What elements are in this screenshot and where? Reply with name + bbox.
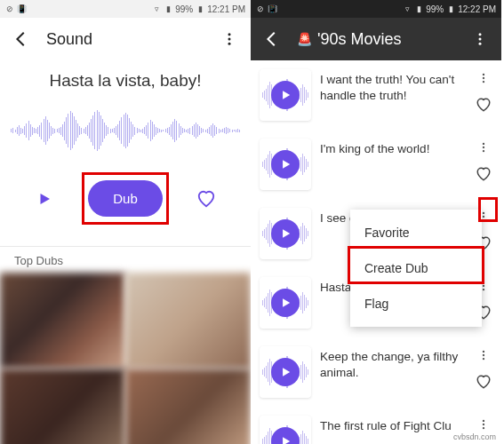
svg-point-9 <box>483 143 484 145</box>
svg-point-17 <box>483 289 484 290</box>
svg-point-22 <box>483 424 484 425</box>
highlight-dub: Dub <box>82 172 169 225</box>
play-circle-icon[interactable] <box>271 81 300 109</box>
svg-point-7 <box>483 77 484 79</box>
vibrate-icon: 📳 <box>268 4 276 13</box>
play-circle-icon[interactable] <box>271 289 300 317</box>
page-title: 🚨 '90s Movies <box>297 30 455 49</box>
alarm-off-icon: ⊘ <box>256 4 265 13</box>
top-dubs-grid <box>0 273 251 444</box>
page-title: Sound <box>46 30 204 49</box>
svg-point-19 <box>483 354 484 356</box>
dub-thumbnail[interactable] <box>125 273 251 369</box>
app-bar: 🚨 '90s Movies <box>251 18 501 60</box>
item-actions <box>475 69 492 114</box>
item-favorite-button[interactable] <box>475 373 492 391</box>
app-bar: Sound <box>0 18 251 60</box>
svg-point-4 <box>479 38 482 41</box>
svg-point-23 <box>483 427 484 429</box>
svg-point-21 <box>483 420 484 422</box>
favorite-button[interactable] <box>196 188 217 210</box>
back-button[interactable] <box>261 28 283 50</box>
svg-point-8 <box>483 81 484 83</box>
signal-icon: ▮ <box>164 4 172 13</box>
status-bar: ⊘ 📳 ▿ ▮ 99% ▮ 12:21 PM <box>0 0 251 18</box>
audio-thumbnail[interactable] <box>260 416 311 444</box>
waveform <box>11 107 240 155</box>
dub-button[interactable]: Dub <box>88 180 163 217</box>
svg-point-1 <box>228 38 231 41</box>
battery-icon: ▮ <box>446 4 455 13</box>
clock: 12:21 PM <box>207 4 245 14</box>
item-favorite-button[interactable] <box>475 165 492 183</box>
dub-thumbnail[interactable] <box>125 369 251 444</box>
signal-icon: ▮ <box>414 4 423 13</box>
item-favorite-button[interactable] <box>475 96 492 114</box>
clock: 12:22 PM <box>458 4 496 14</box>
alarm-off-icon: ⊘ <box>5 4 14 13</box>
svg-point-10 <box>483 147 484 148</box>
audio-thumbnail[interactable] <box>260 346 311 398</box>
play-circle-icon[interactable] <box>271 358 300 386</box>
svg-point-6 <box>483 74 484 75</box>
item-title: Keep the change, ya filthy animal. <box>320 346 466 380</box>
play-button[interactable] <box>34 188 55 210</box>
item-actions <box>475 346 492 391</box>
page-title-text: '90s Movies <box>317 30 401 49</box>
item-more-button[interactable] <box>475 69 492 87</box>
menu-flag[interactable]: Flag <box>350 286 482 321</box>
audio-thumbnail[interactable] <box>260 139 311 190</box>
back-button[interactable] <box>11 28 32 50</box>
item-more-button[interactable] <box>475 139 492 156</box>
sound-title: Hasta la vista, baby! <box>14 71 236 91</box>
svg-point-2 <box>228 43 231 45</box>
play-circle-icon[interactable] <box>271 219 300 248</box>
svg-point-11 <box>483 150 484 152</box>
highlight-create-dub <box>348 246 484 284</box>
audio-thumbnail[interactable] <box>260 277 311 329</box>
list-item[interactable]: Keep the change, ya filthy animal. <box>260 337 492 407</box>
dub-thumbnail[interactable] <box>0 273 125 369</box>
svg-point-0 <box>228 33 231 36</box>
list-item[interactable]: I want the truth! You can't handle the t… <box>260 60 492 130</box>
item-actions <box>475 139 492 183</box>
wifi-icon: ▿ <box>403 4 412 13</box>
wifi-icon: ▿ <box>152 4 161 13</box>
siren-icon: 🚨 <box>297 32 312 46</box>
dub-thumbnail[interactable] <box>0 369 125 444</box>
highlight-more <box>478 197 498 222</box>
section-label: Top Dubs <box>0 247 251 273</box>
controls-row: Dub <box>0 172 251 225</box>
battery-pct: 99% <box>426 4 444 14</box>
svg-point-18 <box>483 351 484 353</box>
list-item[interactable]: I'm king of the world! <box>260 130 492 199</box>
vibrate-icon: 📳 <box>17 4 26 13</box>
item-title: I want the truth! You can't handle the t… <box>320 69 466 103</box>
screen-movies: ⊘ 📳 ▿ ▮ 99% ▮ 12:22 PM 🚨 '90s Movies I w… <box>251 0 501 444</box>
battery-pct: 99% <box>175 4 193 14</box>
battery-icon: ▮ <box>196 4 204 13</box>
item-title: The first rule of Fight Clu <box>320 416 466 434</box>
more-button[interactable] <box>219 28 240 50</box>
svg-point-16 <box>483 285 484 287</box>
menu-favorite[interactable]: Favorite <box>350 215 482 250</box>
audio-thumbnail[interactable] <box>260 69 311 121</box>
item-more-button[interactable] <box>475 416 492 433</box>
svg-point-5 <box>479 43 482 45</box>
item-title: I'm king of the world! <box>320 139 466 157</box>
svg-point-3 <box>479 33 482 36</box>
screen-sound: ⊘ 📳 ▿ ▮ 99% ▮ 12:21 PM Sound Hasta la vi… <box>0 0 251 444</box>
context-menu: Favorite Create Dub Flag <box>350 210 482 327</box>
status-bar: ⊘ 📳 ▿ ▮ 99% ▮ 12:22 PM <box>251 0 501 18</box>
svg-point-20 <box>483 358 484 360</box>
item-more-button[interactable] <box>475 346 492 364</box>
play-circle-icon[interactable] <box>271 150 300 178</box>
more-button[interactable] <box>469 28 491 50</box>
audio-thumbnail[interactable] <box>260 208 311 259</box>
watermark: cvbsdn.com <box>453 432 496 441</box>
